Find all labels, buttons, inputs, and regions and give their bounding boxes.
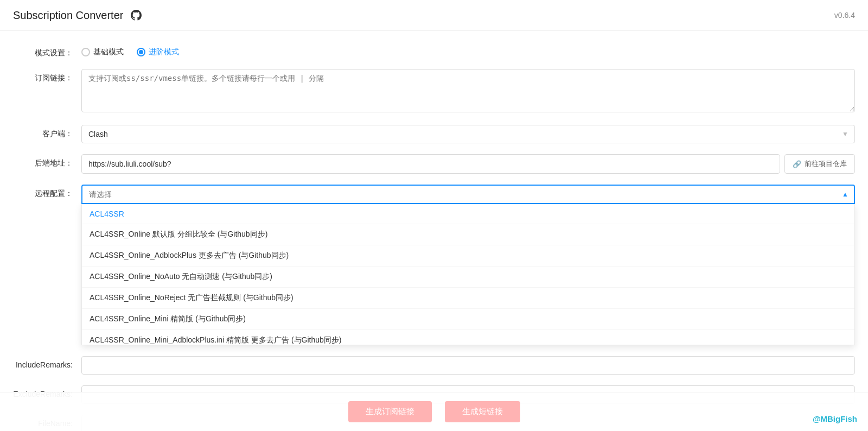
remote-config-label: 远程配置：	[13, 185, 73, 199]
mode-options: 基础模式 进阶模式	[81, 44, 855, 57]
generate-sub-button[interactable]: 生成订阅链接	[348, 401, 432, 422]
backend-row: 后端地址： 🔗 前往项目仓库	[13, 154, 855, 174]
remote-config-dropdown: ACL4SSR ACL4SSR_Online 默认版 分组比较全 (与Githu…	[81, 204, 855, 345]
generate-short-button[interactable]: 生成短链接	[445, 401, 520, 422]
dropdown-item-2[interactable]: ACL4SSR_Online_AdblockPlus 更多去广告 (与Githu…	[82, 245, 854, 267]
link-icon: 🔗	[793, 160, 801, 168]
radio-basic[interactable]: 基础模式	[81, 47, 124, 57]
radio-advanced-label: 进阶模式	[149, 47, 179, 57]
remote-config-row: 远程配置： ▲ ACL4SSR ACL4SSR_Online 默认版 分组比较全…	[13, 185, 855, 204]
header: Subscription Converter v0.6.4	[0, 0, 868, 31]
backend-input[interactable]	[81, 154, 780, 174]
subscription-input[interactable]	[81, 69, 855, 112]
client-select[interactable]: Clash Surge 3 Surge 4 Quantumult X Loon …	[81, 125, 855, 143]
dropdown-item-5[interactable]: ACL4SSR_Online_Mini 精简版 (与Github同步)	[82, 309, 854, 330]
dropdown-item-6[interactable]: ACL4SSR_Online_Mini_AdblockPlus.ini 精简版 …	[82, 330, 854, 345]
client-label: 客户端：	[13, 125, 73, 139]
include-remarks-input[interactable]	[81, 356, 855, 375]
radio-advanced[interactable]: 进阶模式	[137, 47, 179, 57]
dropdown-item-3[interactable]: ACL4SSR_Online_NoAuto 无自动测速 (与Github同步)	[82, 267, 854, 288]
app-title: Subscription Converter	[13, 9, 123, 22]
subscription-label: 订阅链接：	[13, 69, 73, 83]
repo-link-button[interactable]: 🔗 前往项目仓库	[784, 154, 855, 174]
radio-advanced-circle[interactable]	[137, 48, 145, 56]
include-remarks-row: IncludeRemarks:	[13, 356, 855, 375]
main-content: 模式设置： 基础模式 进阶模式 订阅链接： 客户端： Clash Surge 3…	[0, 31, 868, 431]
mode-row: 模式设置： 基础模式 进阶模式	[13, 44, 855, 58]
remote-config-input[interactable]	[81, 185, 855, 204]
remote-config-wrapper: ▲ ACL4SSR ACL4SSR_Online 默认版 分组比较全 (与Git…	[81, 185, 855, 204]
radio-basic-circle[interactable]	[81, 48, 90, 56]
watermark: @MBigFish	[813, 414, 857, 423]
dropdown-item-4[interactable]: ACL4SSR_Online_NoReject 无广告拦截规则 (与Github…	[82, 288, 854, 309]
mode-label: 模式设置：	[13, 44, 73, 58]
client-row: 客户端： Clash Surge 3 Surge 4 Quantumult X …	[13, 125, 855, 143]
radio-basic-label: 基础模式	[93, 47, 124, 57]
client-select-wrapper: Clash Surge 3 Surge 4 Quantumult X Loon …	[81, 125, 855, 143]
bottom-bar: 生成订阅链接 生成短链接	[0, 392, 868, 431]
version-label: v0.6.4	[834, 11, 855, 20]
include-remarks-content	[81, 356, 855, 375]
include-remarks-label: IncludeRemarks:	[13, 356, 73, 369]
backend-content: 🔗 前往项目仓库	[81, 154, 855, 174]
backend-label: 后端地址：	[13, 154, 73, 168]
subscription-row: 订阅链接：	[13, 69, 855, 114]
repo-link-label: 前往项目仓库	[805, 159, 847, 169]
subscription-content	[81, 69, 855, 114]
dropdown-item-0[interactable]: ACL4SSR	[82, 204, 854, 224]
dropdown-item-1[interactable]: ACL4SSR_Online 默认版 分组比较全 (与Github同步)	[82, 224, 854, 245]
github-icon[interactable]	[130, 9, 143, 22]
header-left: Subscription Converter	[13, 9, 143, 22]
